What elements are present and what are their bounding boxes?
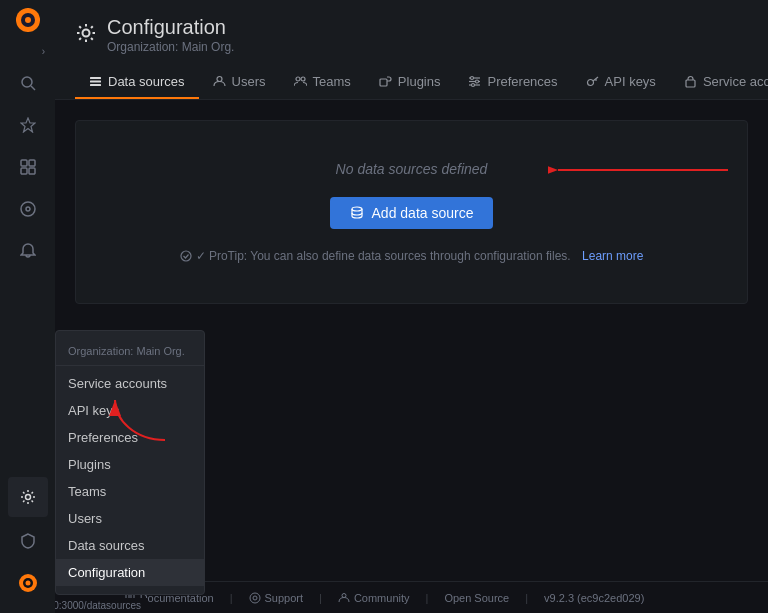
grafana-logo[interactable] bbox=[12, 4, 44, 36]
no-data-message: No data sources defined bbox=[336, 161, 488, 177]
protip-prefix: ✓ ProTip: You can also define data sourc… bbox=[196, 249, 571, 263]
svg-point-49 bbox=[342, 593, 346, 597]
tab-teams[interactable]: Teams bbox=[280, 66, 365, 99]
tab-api-keys-label: API keys bbox=[605, 74, 656, 89]
svg-point-39 bbox=[352, 207, 362, 211]
protip-text: ✓ ProTip: You can also define data sourc… bbox=[180, 249, 644, 263]
tab-data-sources[interactable]: Data sources bbox=[75, 66, 199, 99]
sidebar-toggle[interactable]: › bbox=[0, 44, 55, 59]
tab-plugins-label: Plugins bbox=[398, 74, 441, 89]
svg-point-14 bbox=[21, 202, 35, 216]
sidebar-item-dashboards[interactable] bbox=[8, 147, 48, 187]
svg-marker-9 bbox=[21, 118, 35, 132]
toggle-icon[interactable]: › bbox=[38, 44, 49, 59]
tab-service-accounts[interactable]: Service accounts bbox=[670, 66, 768, 99]
svg-rect-28 bbox=[380, 79, 387, 86]
svg-rect-24 bbox=[90, 84, 101, 86]
sidebar-item-explore[interactable] bbox=[8, 189, 48, 229]
sidebar-item-starred[interactable] bbox=[8, 105, 48, 145]
svg-point-33 bbox=[476, 80, 479, 83]
dropdown-item-api-keys[interactable]: API keys bbox=[56, 397, 204, 424]
svg-point-19 bbox=[25, 581, 30, 586]
community-icon bbox=[338, 592, 350, 604]
svg-rect-23 bbox=[90, 81, 101, 83]
svg-rect-38 bbox=[686, 80, 695, 87]
tab-users-label: Users bbox=[232, 74, 266, 89]
users-icon bbox=[213, 75, 226, 88]
data-sources-icon bbox=[89, 75, 102, 88]
dropdown-item-data-sources[interactable]: Data sources bbox=[56, 532, 204, 559]
footer-open-source: Open Source bbox=[444, 592, 509, 604]
svg-rect-12 bbox=[21, 168, 27, 174]
support-icon bbox=[249, 592, 261, 604]
tab-api-keys[interactable]: API keys bbox=[572, 66, 670, 99]
dropdown-item-configuration[interactable]: Configuration bbox=[56, 559, 204, 586]
footer-version: v9.2.3 (ec9c2ed029) bbox=[544, 592, 644, 604]
tab-users[interactable]: Users bbox=[199, 66, 280, 99]
svg-point-26 bbox=[296, 77, 300, 81]
database-icon bbox=[350, 206, 364, 220]
api-keys-icon bbox=[586, 75, 599, 88]
sidebar-item-configuration[interactable] bbox=[8, 477, 48, 517]
svg-point-32 bbox=[471, 77, 474, 80]
svg-point-35 bbox=[587, 80, 593, 86]
sidebar: › bbox=[0, 0, 55, 613]
svg-point-25 bbox=[217, 77, 222, 82]
tab-teams-label: Teams bbox=[313, 74, 351, 89]
tab-plugins[interactable]: Plugins bbox=[365, 66, 455, 99]
svg-point-40 bbox=[181, 251, 191, 261]
add-data-source-button[interactable]: Add data source bbox=[330, 197, 494, 229]
preferences-icon bbox=[468, 75, 481, 88]
svg-point-7 bbox=[22, 77, 32, 87]
svg-point-34 bbox=[472, 84, 475, 87]
config-gear-icon bbox=[75, 22, 97, 49]
svg-rect-13 bbox=[29, 168, 35, 174]
footer-open-source-label: Open Source bbox=[444, 592, 509, 604]
svg-rect-22 bbox=[90, 77, 101, 79]
url-bar: 10.1.149.30:3000/datasources bbox=[55, 598, 147, 613]
sidebar-item-alerting[interactable] bbox=[8, 231, 48, 271]
svg-point-15 bbox=[26, 207, 30, 211]
svg-rect-11 bbox=[29, 160, 35, 166]
tab-preferences[interactable]: Preferences bbox=[454, 66, 571, 99]
svg-line-8 bbox=[31, 86, 35, 90]
footer-support-label: Support bbox=[265, 592, 304, 604]
tab-bar: Data sources Users Teams bbox=[75, 66, 748, 99]
service-accounts-icon bbox=[684, 75, 697, 88]
sidebar-item-search[interactable] bbox=[8, 63, 48, 103]
tab-service-accounts-label: Service accounts bbox=[703, 74, 768, 89]
dropdown-item-service-accounts[interactable]: Service accounts bbox=[56, 370, 204, 397]
sidebar-item-shield[interactable] bbox=[8, 521, 48, 561]
add-button-label: Add data source bbox=[372, 205, 474, 221]
svg-point-21 bbox=[83, 29, 90, 36]
protip-check-icon bbox=[180, 250, 192, 262]
svg-point-27 bbox=[301, 77, 305, 81]
svg-point-2 bbox=[25, 17, 31, 23]
footer-community[interactable]: Community bbox=[338, 592, 410, 604]
svg-point-48 bbox=[253, 596, 257, 600]
plugins-icon bbox=[379, 75, 392, 88]
dropdown-item-users[interactable]: Users bbox=[56, 505, 204, 532]
tab-preferences-label: Preferences bbox=[487, 74, 557, 89]
context-menu: Organization: Main Org. Service accounts… bbox=[55, 330, 205, 595]
svg-point-47 bbox=[250, 593, 260, 603]
tab-data-sources-label: Data sources bbox=[108, 74, 185, 89]
svg-point-16 bbox=[25, 495, 30, 500]
page-header: Configuration Organization: Main Org. Da… bbox=[55, 0, 768, 100]
page-subtitle: Organization: Main Org. bbox=[107, 40, 234, 54]
dropdown-org-label: Organization: Main Org. bbox=[56, 339, 204, 366]
teams-icon bbox=[294, 75, 307, 88]
footer-community-label: Community bbox=[354, 592, 410, 604]
sidebar-item-grafana-bottom[interactable] bbox=[8, 563, 48, 603]
empty-state-box: No data sources defined Add data source … bbox=[75, 120, 748, 304]
protip-learn-more-link[interactable]: Learn more bbox=[582, 249, 643, 263]
footer-support[interactable]: Support bbox=[249, 592, 304, 604]
dropdown-item-teams[interactable]: Teams bbox=[56, 478, 204, 505]
page-title: Configuration bbox=[107, 16, 234, 39]
sidebar-bottom bbox=[8, 477, 48, 613]
dropdown-item-preferences[interactable]: Preferences bbox=[56, 424, 204, 451]
svg-rect-10 bbox=[21, 160, 27, 166]
dropdown-item-plugins[interactable]: Plugins bbox=[56, 451, 204, 478]
